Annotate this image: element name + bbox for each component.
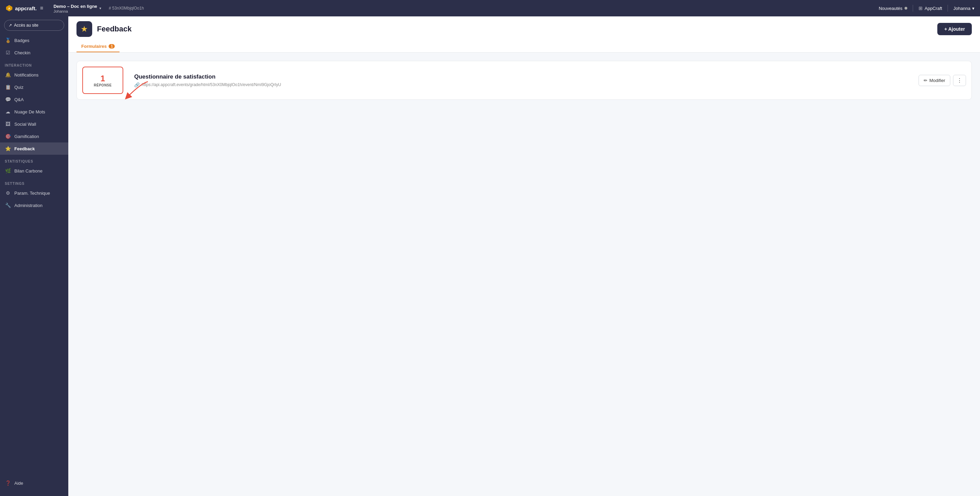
sidebar-item-label-social-wall: Social Wall [14, 121, 36, 127]
content-area: 1 RÉPONSE Questionnaire de satisfaction … [68, 53, 980, 496]
administration-icon: 🔧 [5, 203, 11, 208]
sidebar-item-social-wall[interactable]: 🖼 Social Wall [0, 118, 68, 130]
page-header-top: ★ Feedback + Ajouter [76, 21, 972, 41]
sidebar-item-param-technique[interactable]: ⚙ Param. Technique [0, 187, 68, 199]
sidebar-item-administration[interactable]: 🔧 Administration [0, 199, 68, 211]
main-content: ★ Feedback + Ajouter Formulaires 1 [68, 16, 980, 496]
quiz-icon: 📋 [5, 85, 11, 90]
project-sub: Johanna [54, 9, 97, 13]
badges-icon: 🏅 [5, 38, 11, 43]
sidebar-bottom: ❓ Aide [0, 470, 68, 489]
appcraft-logo-icon: A [5, 5, 13, 12]
param-icon: ⚙ [5, 190, 11, 196]
sidebar: ↗ Accès au site 🏅 Badges ☑ Checkin INTER… [0, 16, 68, 496]
sidebar-item-checkin[interactable]: ☑ Checkin [0, 46, 68, 59]
nouveautes-label: Nouveautés [878, 6, 902, 11]
nuage-icon: ☁ [5, 109, 11, 115]
response-box[interactable]: 1 RÉPONSE [82, 67, 123, 94]
bilan-icon: 🌿 [5, 168, 11, 174]
checkin-icon: ☑ [5, 50, 11, 55]
form-info: Questionnaire de satisfaction 🔗 https://… [134, 68, 913, 93]
sidebar-item-aide[interactable]: ❓ Aide [0, 477, 68, 489]
statistiques-section-label: STATISTIQUES [0, 155, 68, 165]
sidebar-item-bilan-carbone[interactable]: 🌿 Bilan Carbone [0, 165, 68, 177]
qa-icon: 💬 [5, 97, 11, 102]
interaction-section-label: INTERACTION [0, 59, 68, 69]
access-label: Accès au site [14, 23, 38, 28]
sidebar-item-label-param: Param. Technique [14, 191, 50, 196]
tab-formulaires-label: Formulaires [81, 44, 107, 49]
nouveautes[interactable]: Nouveautés [878, 6, 907, 11]
user-chevron: ▾ [972, 6, 975, 11]
feedback-icon: ⭐ [5, 146, 11, 152]
sidebar-item-label-bilan: Bilan Carbone [14, 168, 42, 174]
sidebar-item-label-notifications: Notifications [14, 72, 38, 78]
modify-label: Modifier [929, 78, 945, 83]
grid-icon: ⊞ [918, 5, 923, 11]
page-header-left: ★ Feedback [76, 21, 132, 37]
settings-section-label: SETTINGS [0, 177, 68, 187]
sidebar-item-label-quiz: Quiz [14, 85, 24, 90]
form-card: 1 RÉPONSE Questionnaire de satisfaction … [76, 61, 972, 100]
sidebar-item-label-gamification: Gamification [14, 134, 39, 139]
aide-icon: ❓ [5, 480, 11, 486]
page-icon-star: ★ [81, 24, 88, 34]
page-title: Feedback [97, 25, 132, 33]
modify-icon: ✏ [924, 78, 928, 83]
form-url: 🔗 https://api.appcraft.events/grade/html… [134, 82, 913, 88]
topbar-logo: A appcraft. [5, 5, 37, 12]
topbar-divider-2 [948, 5, 948, 12]
user-label: Johanna [953, 6, 970, 11]
notifications-icon: 🔔 [5, 72, 11, 78]
page-tabs: Formulaires 1 [76, 41, 972, 52]
project-name: Demo – Doc en ligne [54, 4, 97, 9]
topbar-divider [913, 5, 913, 12]
sidebar-item-label-administration: Administration [14, 203, 42, 208]
modify-button[interactable]: ✏ Modifier [918, 75, 950, 86]
topbar: A appcraft. ≡ Demo – Doc en ligne Johann… [0, 0, 980, 16]
tab-formulaires[interactable]: Formulaires 1 [76, 41, 119, 52]
topbar-project[interactable]: Demo – Doc en ligne Johanna ▾ [54, 3, 102, 13]
sidebar-item-feedback[interactable]: ⭐ Feedback [0, 142, 68, 155]
sidebar-item-badges[interactable]: 🏅 Badges [0, 34, 68, 46]
sidebar-item-gamification[interactable]: 🎯 Gamification [0, 130, 68, 142]
topbar-right: Nouveautés ⊞ AppCraft Johanna ▾ [878, 5, 975, 12]
sidebar-item-label-feedback: Feedback [14, 146, 35, 152]
form-actions: ✏ Modifier ⋮ [918, 75, 972, 86]
sidebar-item-label-badges: Badges [14, 38, 29, 43]
hash-label: # 53nX0MbjqlOo1h [109, 6, 144, 11]
sidebar-item-qa[interactable]: 💬 Q&A [0, 93, 68, 105]
sidebar-item-nuage-de-mots[interactable]: ☁ Nuage De Mots [0, 105, 68, 118]
gamification-icon: 🎯 [5, 134, 11, 139]
user-menu[interactable]: Johanna ▾ [953, 6, 975, 11]
response-label: RÉPONSE [94, 83, 112, 87]
project-chevron: ▾ [99, 6, 102, 11]
link-icon: 🔗 [134, 82, 140, 88]
page-icon: ★ [76, 21, 92, 37]
logo-text: appcraft. [15, 5, 37, 11]
response-count: 1 [100, 74, 105, 83]
layout: ↗ Accès au site 🏅 Badges ☑ Checkin INTER… [0, 16, 980, 496]
add-button[interactable]: + Ajouter [937, 23, 972, 35]
form-url-text[interactable]: https://api.appcraft.events/grade/html/5… [142, 82, 281, 87]
more-icon: ⋮ [957, 78, 962, 83]
page-header: ★ Feedback + Ajouter Formulaires 1 [68, 16, 980, 53]
sidebar-item-quiz[interactable]: 📋 Quiz [0, 81, 68, 93]
sidebar-item-notifications[interactable]: 🔔 Notifications [0, 69, 68, 81]
tab-formulaires-badge: 1 [108, 44, 115, 48]
social-wall-icon: 🖼 [5, 121, 11, 127]
topbar-hash: # 53nX0MbjqlOo1h [109, 6, 144, 11]
appcraft-switch[interactable]: ⊞ AppCraft [918, 5, 942, 11]
access-site-button[interactable]: ↗ Accès au site [4, 20, 64, 31]
svg-text:A: A [8, 7, 11, 10]
menu-icon[interactable]: ≡ [40, 5, 43, 11]
sidebar-item-label-checkin: Checkin [14, 50, 30, 55]
sidebar-item-label-aide: Aide [14, 481, 23, 486]
sidebar-item-label-qa: Q&A [14, 97, 24, 102]
more-button[interactable]: ⋮ [953, 75, 966, 86]
appcraft-label: AppCraft [925, 6, 942, 11]
sidebar-item-label-nuage: Nuage De Mots [14, 109, 45, 115]
topbar-left: A appcraft. ≡ Demo – Doc en ligne Johann… [5, 3, 144, 13]
add-button-label: + Ajouter [944, 26, 965, 32]
nouveautes-dot [905, 7, 907, 10]
